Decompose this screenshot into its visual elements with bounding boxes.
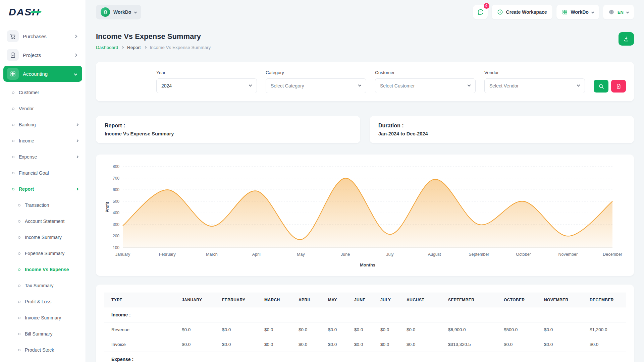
circle-icon [12,140,14,142]
sidebar-item-expense-summary[interactable]: Expense Summary [3,245,82,261]
sidebar-item-report[interactable]: Report [3,181,82,197]
cell-value: $0.0 [586,337,626,352]
sidebar-item-account-statement[interactable]: Account Statement [3,213,82,229]
circle-icon [12,156,14,158]
cell-value: $0.0 [350,337,376,352]
cell-value: $6,900.0 [444,322,500,337]
cell-value: $0.0 [540,337,586,352]
circle-icon [12,188,14,190]
grid-icon [562,9,568,15]
sidebar-item-label: Accounting [23,71,48,77]
sidebar-item-label: Account Statement [25,219,64,224]
sidebar-item-label: Vendor [19,106,34,111]
cell-value: $0.0 [376,337,402,352]
cell-value: $0.0 [324,322,350,337]
cell-value: $0.0 [324,337,350,352]
sidebar-item-banking[interactable]: Banking [3,117,82,133]
sidebar-item-label: Income Vs Expense [25,267,69,272]
chart-xaxis-title: Months [360,262,375,267]
report-card: Report : Income Vs Expense Summary [96,116,360,143]
sidebar-item-accounting[interactable]: Accounting [3,66,82,82]
app-logo[interactable]: DASH [0,0,86,24]
sidebar-item-purchases[interactable]: Purchases [3,28,82,44]
customer-select[interactable]: Select Customer [375,78,476,93]
cell-value: $313,320.5 [444,337,500,352]
chevron-down-icon [626,11,629,13]
sidebar-item-income-summary[interactable]: Income Summary [3,229,82,245]
sidebar-item-profit-loss[interactable]: Profit & Loss [3,294,82,310]
cell-value: $0.0 [178,337,218,352]
sidebar-item-expense[interactable]: Expense [3,149,82,165]
sidebar-item-tax-summary[interactable]: Tax Summary [3,278,82,294]
chart-month-label: August [428,252,441,257]
workspace-menu-label: WorkDo [571,9,589,15]
section-label: Income : [104,307,626,322]
circle-icon [18,236,20,239]
create-workspace-button[interactable]: Create Workspace [492,5,552,19]
sidebar-item-label: Invoice Summary [25,315,61,320]
col-header-may: MAY [324,293,350,307]
download-button[interactable] [619,32,634,46]
language-selector[interactable]: EN [603,5,634,19]
chart-month-label: March [206,252,218,257]
sidebar-item-vendor[interactable]: Vendor [3,101,82,117]
sidebar-item-label: Financial Goal [19,170,49,176]
col-header-september: SEPTEMBER [444,293,500,307]
topbar: WorkDo 0 Create Workspace WorkDo [86,0,644,24]
apply-filter-button[interactable] [594,80,608,93]
sidebar-item-income-vs-expense[interactable]: Income Vs Expense [3,261,82,278]
col-header-january: JANUARY [178,293,218,307]
workspace-menu-button[interactable]: WorkDo [556,5,599,19]
sidebar-item-transaction[interactable]: Transaction [3,197,82,213]
sidebar-item-invoice-summary[interactable]: Invoice Summary [3,310,82,326]
col-header-december: DECEMBER [586,293,626,307]
vendor-filter: Vendor Select Vendor [484,70,585,93]
sidebar-item-label: Transaction [25,202,49,208]
chevron-right-icon [144,46,147,49]
chevron-right-icon [76,156,78,158]
duration-card-title: Duration : [378,123,625,129]
chart-ytick-label: 400 [113,210,119,215]
sidebar-item-cash-flow[interactable]: Cash Flow [3,358,82,362]
chart-month-label: May [297,252,305,257]
breadcrumb-report[interactable]: Report [127,45,141,50]
vendor-select[interactable]: Select Vendor [484,78,585,93]
sidebar-item-product-stock[interactable]: Product Stock [3,342,82,358]
sidebar-item-label: Projects [23,52,41,58]
report-card-value: Income Vs Expense Summary [105,131,352,136]
table-card: TYPEJANUARYFEBRUARYMARCHAPRILMAYJUNEJULY… [96,285,634,362]
circle-icon [18,252,20,255]
workspace-switcher[interactable]: WorkDo [96,5,141,19]
circle-icon [18,333,20,335]
breadcrumb-dashboard[interactable]: Dashboard [96,45,118,50]
sidebar-item-label: Income [19,138,34,143]
workspace-avatar [101,7,110,17]
messages-button[interactable]: 0 [473,5,488,19]
table-header-row: TYPEJANUARYFEBRUARYMARCHAPRILMAYJUNEJULY… [104,293,626,307]
reset-filter-button[interactable] [611,80,626,93]
sidebar-item-bill-summary[interactable]: Bill Summary [3,326,82,342]
cell-value: $500.0 [500,322,540,337]
workspace-name: WorkDo [113,9,131,15]
sidebar-item-income[interactable]: Income [3,133,82,149]
sidebar-item-projects[interactable]: Projects [3,47,82,63]
category-label: Category [266,70,366,75]
chart-yaxis-title: Profit [105,202,110,212]
sidebar-item-label: Expense [19,154,37,160]
globe-icon [608,9,614,15]
logo-accent [30,11,42,13]
category-select[interactable]: Select Category [266,78,366,93]
shopping-cart-icon [7,30,19,42]
sidebar-item-label: Expense Summary [25,251,64,256]
sidebar-item-financial-goal[interactable]: Financial Goal [3,165,82,181]
cell-value: $0.0 [260,337,294,352]
table-section-row: Expense : [104,352,626,362]
row-label: Invoice [104,337,178,352]
sidebar-item-customer[interactable]: Customer [3,84,82,101]
download-icon [623,36,629,42]
chart-ytick-label: 300 [113,222,119,227]
year-select[interactable]: 2024 [156,78,257,93]
page-content: Income Vs Expense Summary Dashboard Repo… [86,24,644,362]
sidebar-menu: Purchases Projects Accounting CustomerVe… [0,24,86,362]
income-expense-table: TYPEJANUARYFEBRUARYMARCHAPRILMAYJUNEJULY… [104,293,626,362]
